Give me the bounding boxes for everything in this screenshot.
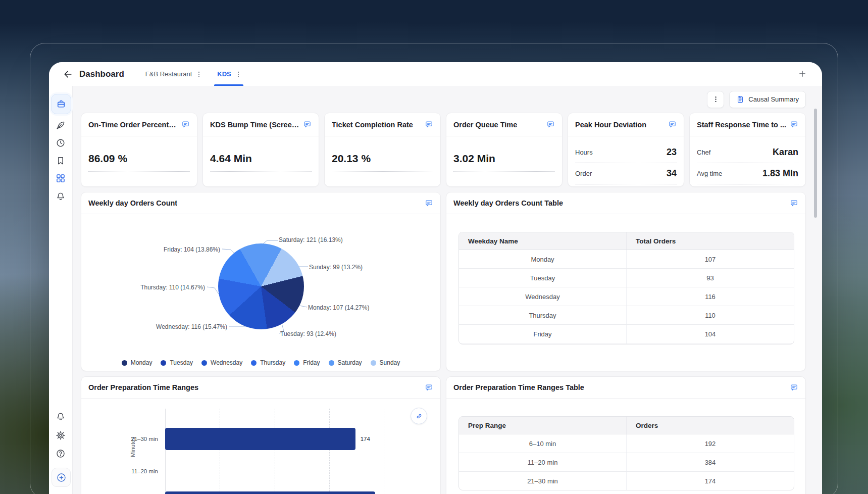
sidebar-item-workspace[interactable] [51, 94, 71, 114]
arrow-left-icon [63, 69, 73, 79]
table-row[interactable]: Wednesday116 [459, 287, 794, 306]
kpi-separator [332, 171, 433, 172]
weekly-orders-table-card: Weekly day Orders Count Table Weekday Na… [446, 192, 806, 371]
sidebar-item-alerts[interactable] [56, 191, 66, 202]
comment-icon[interactable] [425, 199, 433, 208]
kpi-metric-value: 34 [667, 168, 677, 179]
legend-item[interactable]: Thursday [251, 359, 285, 366]
pie-slice-label: Saturday: 121 (16.13%) [279, 236, 343, 243]
bookmark-icon [56, 156, 66, 166]
comment-icon[interactable] [546, 120, 555, 129]
kpi-body: 20.13 % [325, 153, 440, 172]
gridline [165, 409, 166, 494]
table-row[interactable]: 11–20 min384 [459, 453, 794, 472]
dashboard-options-button[interactable] [707, 91, 724, 108]
comment-bubble-icon [425, 199, 433, 208]
table-row[interactable]: 21–30 min174 [459, 472, 794, 490]
causal-summary-button[interactable]: Causal Summary [729, 91, 806, 108]
back-button[interactable] [62, 68, 74, 80]
legend-label: Thursday [260, 359, 285, 366]
table-cell: Saturday [459, 343, 627, 345]
tab-kds-menu-icon[interactable] [234, 70, 242, 78]
comment-bubble-icon [790, 120, 798, 129]
comment-icon[interactable] [790, 383, 798, 392]
legend-label: Tuesday [170, 359, 193, 366]
comment-icon[interactable] [303, 120, 312, 129]
pie-leader-line [207, 287, 219, 294]
kpi-metric-row: Hours23 [575, 142, 677, 163]
gridline [329, 409, 330, 494]
sidebar-settings[interactable] [56, 430, 66, 440]
kpi-card-header: On-Time Order Percenta... [81, 113, 197, 136]
grid-icon [56, 173, 66, 183]
table-row[interactable]: Monday107 [459, 250, 794, 269]
comment-icon[interactable] [790, 120, 798, 129]
sidebar-help[interactable] [56, 449, 66, 459]
comment-bubble-icon [181, 120, 190, 129]
comment-icon[interactable] [790, 199, 798, 208]
legend-dot [329, 360, 334, 366]
kpi-card-header: Order Queue Time [446, 113, 562, 136]
card-title: Weekly day Orders Count Table [453, 199, 563, 207]
table-row[interactable]: Saturday121 [459, 343, 794, 345]
prep-time-table-card: Order Preparation Time Ranges Table Prep… [446, 376, 806, 494]
legend-item[interactable]: Friday [294, 359, 320, 366]
column-header: Total Orders [627, 232, 794, 250]
weekly-orders-pie-card: Weekly day Orders Count Monday: 107 (14.… [81, 192, 441, 371]
legend-dot [251, 360, 257, 366]
kpi-card-header: Ticket Completion Rate [325, 113, 440, 136]
table-cell: 116 [627, 287, 794, 306]
table-row[interactable]: 6–10 min192 [459, 434, 794, 453]
legend-label: Wednesday [211, 359, 242, 366]
kpi-metric-value: 23 [667, 147, 677, 158]
table-row[interactable]: Friday104 [459, 325, 794, 343]
table-cell: 21–30 min [459, 472, 627, 490]
kpi-separator [88, 171, 190, 172]
table-cell: 93 [627, 269, 794, 287]
legend-item[interactable]: Wednesday [201, 359, 242, 366]
bar-segment[interactable] [165, 428, 355, 450]
pen-icon [56, 120, 66, 130]
gridline [275, 409, 275, 494]
kpi-body: 86.09 % [81, 153, 197, 172]
tab-fb-menu-icon[interactable] [195, 70, 203, 78]
legend-item[interactable]: Tuesday [161, 359, 193, 366]
table-row[interactable]: Tuesday93 [459, 269, 794, 287]
kpi-card-header: KDS Bump Time (Screen... [203, 113, 319, 136]
table-cell: 11–20 min [459, 453, 627, 472]
pie-slice-label: Sunday: 99 (13.2%) [309, 264, 363, 271]
legend-item[interactable]: Sunday [371, 359, 400, 366]
comment-icon[interactable] [425, 120, 433, 129]
app-window: Dashboard F&B Restaurant KDS [49, 62, 822, 494]
legend-label: Monday [131, 359, 152, 366]
kpi-body: 4.64 Min [203, 153, 319, 172]
kpi-value: 3.02 Min [453, 153, 555, 165]
comment-icon[interactable] [425, 383, 433, 392]
kpi-card-header: Peak Hour Deviation [568, 113, 684, 136]
plus-circle-icon [56, 472, 67, 483]
vertical-scrollbar-thumb[interactable] [814, 109, 817, 218]
legend-item[interactable]: Monday [122, 359, 152, 366]
weekday-table: Weekday NameTotal OrdersMonday107Tuesday… [458, 232, 794, 344]
pie-legend: MondayTuesdayWednesdayThursdayFridaySatu… [81, 359, 440, 366]
table-row[interactable]: Thursday110 [459, 306, 794, 325]
kpi-card: Order Queue Time3.02 Min [446, 113, 563, 187]
sidebar-item-bookmarks[interactable] [56, 156, 66, 166]
pie-graphic[interactable] [218, 243, 304, 329]
sidebar-notifications[interactable] [56, 412, 66, 422]
tab-fb-restaurant[interactable]: F&B Restaurant [145, 62, 203, 86]
sidebar-item-history[interactable] [56, 138, 66, 148]
comment-icon[interactable] [668, 120, 677, 129]
sidebar-item-compose[interactable] [56, 120, 66, 130]
dashboard-toolbar: Causal Summary [81, 86, 806, 113]
bar-segment[interactable] [165, 491, 375, 494]
sidebar-item-dashboards[interactable] [56, 173, 66, 183]
legend-item[interactable]: Saturday [329, 359, 362, 366]
dashboard-content: Causal Summary On-Time Order Percenta...… [73, 86, 822, 494]
table-cell: 110 [627, 306, 794, 325]
sidebar-add-button[interactable] [52, 468, 71, 487]
comment-icon[interactable] [181, 120, 190, 129]
add-tab-button[interactable] [797, 68, 808, 79]
tab-kds[interactable]: KDS [217, 62, 242, 86]
column-header: Orders [627, 417, 794, 434]
